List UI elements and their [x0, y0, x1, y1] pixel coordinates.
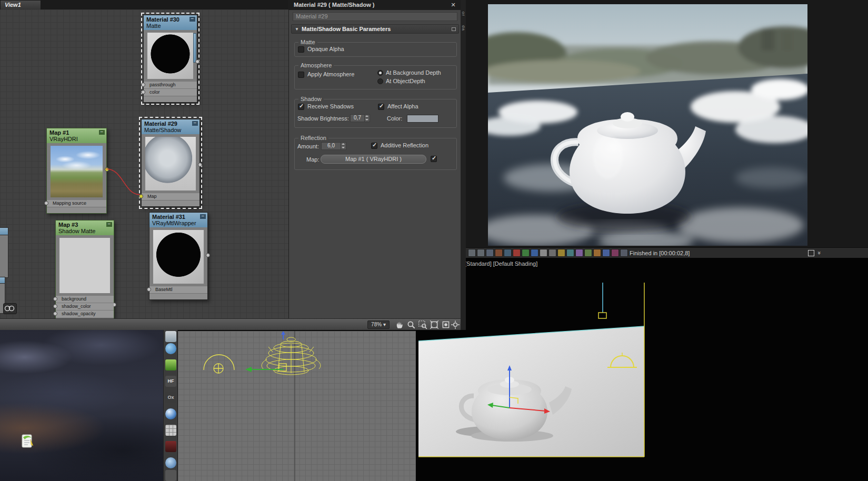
slot-mapping-source[interactable]: Mapping source — [47, 199, 106, 207]
slot-shadow-color[interactable]: shadow_color — [56, 303, 114, 310]
info-icon[interactable] — [504, 249, 512, 257]
receive-shadows-checkbox[interactable]: ✓ — [298, 104, 304, 110]
spinner-arrows[interactable] — [341, 143, 346, 149]
output-connector-dot[interactable] — [105, 167, 109, 172]
perspective-viewport[interactable]: [Standard] [Default Shading] — [415, 258, 868, 481]
grid-snap-tool-icon[interactable] — [165, 425, 176, 436]
node-header[interactable]: Material #29 Matte/Shadow − — [142, 119, 199, 134]
material-name-input[interactable]: Material #29 — [293, 12, 457, 21]
light-helper-box[interactable] — [598, 313, 606, 318]
pan-to-selected-icon[interactable] — [451, 320, 460, 329]
hf-tool-icon[interactable]: HF — [165, 376, 176, 387]
at-object-depth-radio[interactable] — [377, 78, 383, 84]
color-correction-icon[interactable] — [566, 249, 574, 257]
invert-icon[interactable] — [557, 249, 565, 257]
output-connector-dot[interactable] — [198, 163, 202, 167]
z-axis-gizmo[interactable] — [281, 331, 285, 339]
input-connector-dot[interactable] — [53, 304, 57, 308]
input-connector-dot[interactable] — [141, 90, 145, 94]
zoom-extents-icon[interactable] — [430, 320, 439, 329]
input-connector-dot[interactable] — [53, 297, 57, 301]
slot-background[interactable]: background — [56, 295, 114, 303]
collapse-icon[interactable]: − — [192, 121, 198, 126]
input-connector-dot[interactable] — [141, 83, 145, 87]
additive-reflection-checkbox[interactable]: ✓ — [371, 143, 377, 149]
node-header[interactable]: Material #31 VRayMtlWrapper − — [149, 213, 207, 227]
front-viewport[interactable] — [178, 330, 416, 481]
node-map-1[interactable]: Map #1 VRayHDRI − Mapping source — [46, 128, 107, 214]
slot-color[interactable]: color — [144, 88, 197, 96]
ox-tool-icon[interactable]: Ox — [165, 392, 176, 403]
input-connector-dot[interactable] — [44, 201, 48, 205]
node-header[interactable]: Material #30 Matte − — [144, 15, 197, 30]
affect-alpha-checkbox[interactable]: ✓ — [378, 104, 384, 110]
slot-map[interactable]: Map — [142, 193, 199, 200]
zoom-dropdown[interactable]: 78% ▾ — [367, 320, 390, 329]
rollout-menu-icon[interactable] — [452, 27, 456, 31]
zoom-extents-selected-icon[interactable] — [441, 320, 451, 329]
collapse-icon[interactable]: − — [106, 222, 112, 227]
input-connector-dot[interactable] — [147, 287, 151, 292]
desktop-shortcut[interactable] — [19, 433, 36, 451]
opaque-alpha-checkbox[interactable] — [298, 46, 304, 53]
material-tool-icon[interactable] — [165, 441, 176, 452]
collapse-icon[interactable]: − — [99, 130, 105, 135]
reflection-map-button[interactable]: Map #1 ( VRayHDRI ) — [321, 155, 426, 164]
node-material-29[interactable]: Material #29 Matte/Shadow − Map — [141, 119, 200, 207]
zoom-icon[interactable] — [406, 320, 416, 329]
shadow-brightness-spinner[interactable]: 0,7 — [350, 114, 370, 122]
ball-tool-icon[interactable] — [165, 457, 176, 468]
output-connector-dot[interactable] — [195, 59, 199, 64]
input-connector-dot[interactable] — [53, 312, 57, 316]
close-icon[interactable]: ✕ — [450, 2, 456, 8]
apply-atmosphere-checkbox[interactable] — [298, 72, 304, 78]
planet-tool-icon[interactable] — [165, 343, 176, 354]
view-tab[interactable]: View1 — [0, 0, 41, 9]
monochrome-icon[interactable] — [548, 249, 556, 257]
red-channel-icon[interactable] — [513, 249, 521, 257]
navigator-button[interactable] — [3, 303, 17, 314]
glossy-sphere-tool-icon[interactable] — [165, 408, 176, 419]
output-connector-dot[interactable] — [206, 253, 210, 257]
node-graph-view[interactable]: Material #30 Matte − passthrough color — [0, 9, 289, 318]
duplicate-icon[interactable] — [620, 249, 628, 257]
rollout-header[interactable]: ▼ Matte/Shadow Basic Parameters — [291, 24, 459, 34]
offscreen-node-body[interactable] — [0, 235, 8, 278]
reflection-amount-value[interactable]: 6,0 — [322, 143, 341, 149]
collapse-icon[interactable]: − — [200, 214, 206, 219]
node-map-3[interactable]: Map #3 Shadow Matte − background shadow_… — [55, 220, 114, 318]
spinner-arrows[interactable] — [364, 115, 370, 122]
green-channel-icon[interactable] — [522, 249, 530, 257]
save-image-icon[interactable] — [468, 249, 476, 257]
slot-passthrough[interactable]: passthrough — [144, 81, 197, 88]
shadow-color-swatch[interactable] — [407, 115, 438, 123]
collapse-icon[interactable]: − — [189, 17, 195, 22]
partial-tool-icon[interactable] — [165, 470, 176, 481]
track-mouse-icon[interactable] — [611, 249, 619, 257]
levels-icon[interactable] — [584, 249, 592, 257]
slot-shadow-opacity[interactable]: shadow_opacity — [56, 310, 114, 317]
collapse-chevrons-icon[interactable]: » — [816, 251, 822, 254]
dome-light-helper[interactable] — [204, 355, 234, 373]
exposure-icon[interactable] — [575, 249, 583, 257]
at-background-depth-radio[interactable] — [377, 70, 383, 76]
collapsed-panel-strip[interactable]: or da — [461, 0, 466, 330]
input-connector-dot[interactable] — [139, 194, 143, 198]
load-image-icon[interactable] — [486, 249, 494, 257]
save-all-icon[interactable] — [477, 249, 485, 257]
blue-channel-icon[interactable] — [531, 249, 538, 257]
terrain-tool-icon[interactable] — [165, 331, 176, 342]
zoom-region-icon[interactable] — [418, 320, 427, 329]
alpha-channel-icon[interactable] — [540, 249, 547, 257]
region-render-icon[interactable] — [602, 249, 610, 257]
node-material-30[interactable]: Material #30 Matte − passthrough color — [143, 15, 197, 103]
grass-tool-icon[interactable] — [165, 359, 176, 370]
restore-window-icon[interactable] — [808, 250, 814, 256]
node-header[interactable]: Map #3 Shadow Matte − — [56, 221, 114, 235]
reflection-amount-spinner[interactable]: 6,0 — [321, 142, 346, 150]
node-side-tab[interactable] — [193, 33, 196, 63]
slot-basemtl[interactable]: BaseMtl — [149, 286, 207, 293]
shadow-brightness-value[interactable]: 0,7 — [351, 115, 364, 122]
node-header[interactable]: Map #1 VRayHDRI − — [47, 128, 106, 143]
pan-hand-icon[interactable] — [395, 320, 404, 329]
